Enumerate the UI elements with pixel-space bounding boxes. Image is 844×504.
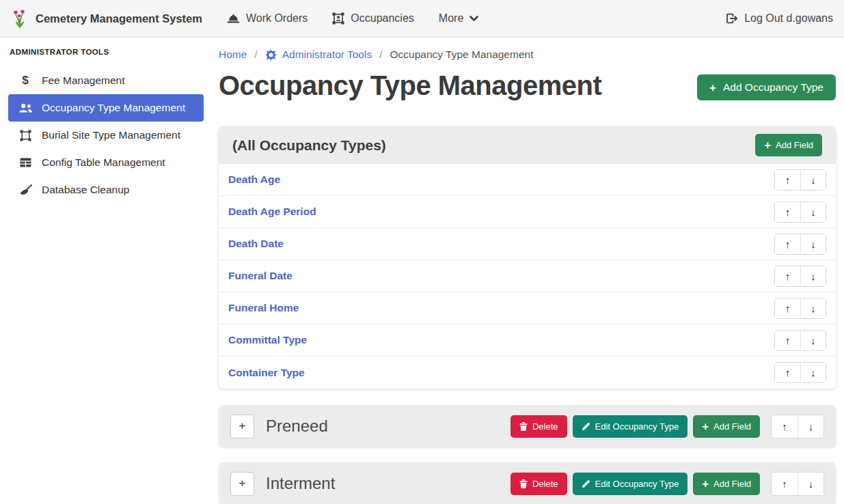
down-arrow-icon: ↓ [811,335,816,346]
move-down-button[interactable]: ↓ [800,234,826,254]
plus-icon: + [702,478,709,490]
field-link-container-type[interactable]: Container Type [228,367,305,379]
move-up-button[interactable]: ↑ [775,266,800,286]
move-down-button[interactable]: ↓ [800,298,826,318]
card-title: (All Occupancy Types) [232,137,386,154]
nav-work-orders-label: Work Orders [246,12,308,25]
tulip-logo-icon [11,8,29,29]
all-occupancy-types-header: (All Occupancy Types) + Add Field [219,126,836,164]
move-up-button[interactable]: ↑ [775,298,800,318]
reorder-controls: ↑ ↓ [774,298,826,319]
logout-icon [726,13,738,24]
main-content: Home / Administrator Tools / Occupancy T… [212,38,844,504]
gear-icon [265,49,277,61]
plus-icon: + [709,82,716,94]
add-field-button[interactable]: + Add Field [755,134,822,156]
add-occupancy-type-button[interactable]: + Add Occupancy Type [697,74,836,100]
add-field-label: Add Field [776,140,813,150]
nav-more-label: More [439,12,463,25]
top-navbar: Cemetery Management System Work Orders [0,0,844,38]
app-brand[interactable]: Cemetery Management System [11,8,202,29]
move-down-button[interactable]: ↓ [800,363,826,382]
field-link-death-date[interactable]: Death Date [228,238,284,250]
sidebar-item-label: Config Table Management [42,156,165,169]
down-arrow-icon: ↓ [811,367,816,378]
reorder-controls: ↑ ↓ [774,201,826,223]
move-down-button[interactable]: ↓ [800,202,826,222]
add-field-button[interactable]: + Add Field [693,473,760,495]
add-field-label: Add Field [713,479,751,489]
edit-occupancy-type-label: Edit Occupancy Type [595,479,679,489]
field-row: Container Type ↑ ↓ [219,356,836,389]
nav-occupancies-label: Occupancies [351,12,414,25]
move-down-button[interactable]: ↓ [798,473,823,495]
app-title: Cemetery Management System [36,12,202,25]
field-link-death-age[interactable]: Death Age [228,173,280,186]
field-link-funeral-date[interactable]: Funeral Date [228,270,292,282]
reorder-controls: ↑ ↓ [774,266,826,287]
table-icon [18,158,33,167]
edit-occupancy-type-button[interactable]: Edit Occupancy Type [573,415,688,438]
plus-icon: + [239,477,246,490]
delete-button[interactable]: Delete [511,473,567,495]
move-up-button[interactable]: ↑ [775,234,800,254]
sidebar-item-label: Database Cleanup [42,184,129,196]
edit-occupancy-type-button[interactable]: Edit Occupancy Type [573,473,688,495]
field-row: Funeral Date ↑ ↓ [219,260,836,292]
plus-icon: + [702,421,709,432]
move-up-button[interactable]: ↑ [775,331,800,350]
move-up-button[interactable]: ↑ [775,202,800,222]
reorder-controls: ↑ ↓ [771,415,824,438]
add-field-button[interactable]: + Add Field [693,415,760,438]
broom-icon [18,184,33,196]
field-row: Committal Type ↑ ↓ [219,324,836,356]
expand-button[interactable]: + [230,472,254,496]
page-title: Occupancy Type Management [219,68,601,103]
move-down-button[interactable]: ↓ [800,331,826,350]
up-arrow-icon: ↑ [785,270,791,282]
move-down-button[interactable]: ↓ [798,415,823,438]
field-link-death-age-period[interactable]: Death Age Period [228,206,316,218]
sidebar-item-label: Burial Site Type Management [42,129,180,141]
logout-button[interactable]: Log Out d.gowans [726,12,833,25]
field-row: Death Age ↑ ↓ [219,164,836,196]
move-down-button[interactable]: ↓ [800,170,826,190]
nav-work-orders[interactable]: Work Orders [227,12,308,25]
down-arrow-icon: ↓ [808,421,814,432]
breadcrumb-current: Occupancy Type Management [390,48,534,61]
field-row: Death Age Period ↑ ↓ [219,196,836,228]
sidebar-item-burial-site-type-management[interactable]: Burial Site Type Management [8,122,204,149]
sidebar-item-label: Occupancy Type Management [42,102,185,114]
delete-button[interactable]: Delete [511,415,567,438]
pencil-icon [582,479,590,488]
move-up-button[interactable]: ↑ [775,170,800,190]
down-arrow-icon: ↓ [808,478,814,490]
section-preneed: + Preneed Delete [219,405,836,447]
delete-label: Delete [532,421,558,432]
nav-occupancies[interactable]: Occupancies [332,12,414,25]
field-row: Funeral Home ↑ ↓ [219,292,836,324]
field-link-committal-type[interactable]: Committal Type [228,334,307,346]
down-arrow-icon: ↓ [811,238,816,250]
sidebar-item-config-table-management[interactable]: Config Table Management [8,149,204,176]
move-down-button[interactable]: ↓ [800,266,826,286]
move-up-button[interactable]: ↑ [775,363,800,382]
up-arrow-icon: ↑ [782,421,787,432]
up-arrow-icon: ↑ [785,335,791,346]
sidebar-item-occupancy-type-management[interactable]: Occupancy Type Management [8,94,204,122]
move-up-button[interactable]: ↑ [772,473,798,495]
trash-icon [519,422,528,431]
add-occupancy-type-label: Add Occupancy Type [723,81,823,94]
breadcrumb-admin-tools[interactable]: Administrator Tools [265,48,372,61]
nav-more[interactable]: More [439,12,478,25]
reorder-controls: ↑ ↓ [774,362,826,383]
breadcrumb-separator: / [254,48,257,61]
breadcrumb-home[interactable]: Home [219,48,247,61]
expand-button[interactable]: + [230,415,254,438]
field-link-funeral-home[interactable]: Funeral Home [228,302,299,314]
sidebar-item-fee-management[interactable]: $ Fee Management [8,67,204,94]
sidebar-item-database-cleanup[interactable]: Database Cleanup [8,176,204,204]
sidebar-item-label: Fee Management [42,74,125,87]
move-up-button[interactable]: ↑ [772,415,798,438]
add-field-label: Add Field [713,421,751,432]
